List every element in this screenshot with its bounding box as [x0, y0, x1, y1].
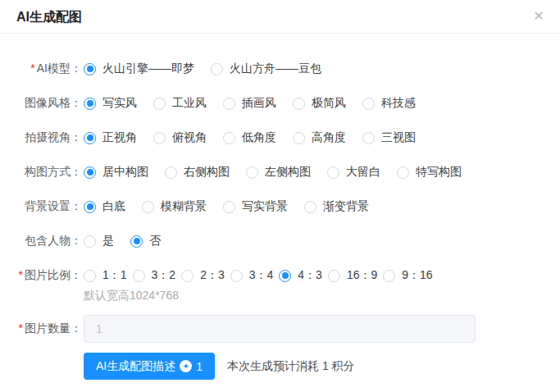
cost-note: 本次生成预计消耗 1 积分 — [227, 359, 355, 374]
radio-option-label: 3：2 — [152, 268, 176, 283]
radio-unselected-icon — [223, 201, 235, 213]
field-label-background: 背景设置： — [16, 199, 82, 214]
generate-description-button[interactable]: AI生成配图描述 ✦ 1 — [84, 353, 215, 380]
radio-option-label: 1：1 — [102, 268, 127, 283]
radio-option-include-person[interactable]: 否 — [130, 234, 161, 248]
quantity-label: 图片数量： — [25, 321, 82, 335]
radio-option-camera-angle[interactable]: 高角度 — [293, 130, 346, 145]
radio-option-label: 居中构图 — [102, 165, 148, 180]
close-icon[interactable]: ✕ — [529, 7, 549, 26]
radio-unselected-icon — [304, 201, 316, 213]
radio-option-background[interactable]: 渐变背景 — [304, 199, 369, 214]
radio-option-label: 极简风 — [312, 96, 346, 111]
radio-option-background[interactable]: 写实背景 — [223, 199, 288, 214]
required-asterisk: * — [30, 62, 34, 75]
radio-option-label: 写实背景 — [242, 199, 288, 214]
radio-unselected-icon — [362, 132, 375, 144]
radio-unselected-icon — [84, 270, 96, 282]
radio-option-label: 否 — [149, 234, 161, 248]
field-label-ai-model: *AI模型： — [16, 62, 82, 76]
radio-option-composition[interactable]: 居中构图 — [84, 165, 148, 180]
radio-option-include-person[interactable]: 是 — [84, 234, 114, 248]
radio-option-label: 大留白 — [346, 165, 380, 180]
radio-option-label: 16：9 — [347, 268, 377, 283]
background-radio-group: 白底模糊背景写实背景渐变背景 — [84, 199, 369, 214]
radio-option-image-style[interactable]: 插画风 — [223, 96, 276, 111]
radio-option-ratio[interactable]: 2：3 — [181, 268, 225, 283]
radio-option-ratio[interactable]: 4：3 — [279, 268, 322, 283]
radio-unselected-icon — [230, 270, 243, 282]
radio-option-label: 火山方舟——豆包 — [230, 62, 321, 76]
coin-icon: ✦ — [180, 360, 192, 372]
form-row-footer: AI生成配图描述 ✦ 1 本次生成预计消耗 1 积分 — [16, 353, 544, 380]
radio-option-image-style[interactable]: 工业风 — [153, 96, 207, 111]
radio-unselected-icon — [362, 98, 375, 110]
radio-option-label: 左侧构图 — [265, 165, 311, 180]
radio-option-image-style[interactable]: 科技感 — [362, 96, 416, 111]
field-label-image-style: 图像风格： — [16, 96, 82, 111]
form-row-quantity: *图片数量： — [16, 315, 544, 343]
radio-option-ratio[interactable]: 1：1 — [84, 268, 127, 283]
radio-option-ai-model[interactable]: 火山引擎——即梦 — [84, 62, 194, 76]
radio-option-composition[interactable]: 特写构图 — [397, 165, 462, 180]
radio-option-camera-angle[interactable]: 低角度 — [223, 130, 276, 145]
radio-option-camera-angle[interactable]: 三视图 — [362, 130, 416, 145]
generate-button-cost: 1 — [196, 360, 203, 373]
form-row-image-style: 图像风格：写实风工业风插画风极简风科技感 — [16, 94, 544, 112]
dialog-title: AI生成配图 — [16, 10, 82, 24]
ratio-hint-row: 默认宽高1024*768 — [16, 288, 544, 304]
radio-unselected-icon — [293, 132, 305, 144]
radio-unselected-icon — [165, 166, 177, 179]
radio-option-camera-angle[interactable]: 俯视角 — [153, 130, 207, 145]
radio-option-label: 是 — [102, 234, 114, 248]
radio-unselected-icon — [142, 201, 154, 213]
image-style-radio-group: 写实风工业风插画风极简风科技感 — [84, 96, 416, 111]
radio-option-background[interactable]: 白底 — [84, 199, 125, 214]
ai-model-radio-group: 火山引擎——即梦火山方舟——豆包 — [84, 62, 321, 76]
radio-unselected-icon — [181, 270, 193, 282]
required-asterisk: * — [19, 268, 23, 281]
radio-option-ai-model[interactable]: 火山方舟——豆包 — [211, 62, 321, 76]
radio-option-ratio[interactable]: 9：16 — [383, 268, 432, 283]
generate-button-label: AI生成配图描述 — [96, 359, 175, 374]
radio-unselected-icon — [293, 98, 305, 110]
radio-option-image-style[interactable]: 写实风 — [84, 96, 137, 111]
radio-option-label: 右侧构图 — [184, 165, 230, 180]
field-label-camera-angle: 拍摄视角： — [16, 130, 82, 145]
field-label-composition: 构图方式： — [16, 165, 82, 180]
radio-option-background[interactable]: 模糊背景 — [142, 199, 207, 214]
include-person-radio-group: 是否 — [84, 234, 161, 248]
form-row-camera-angle: 拍摄视角：正视角俯视角低角度高角度三视图 — [16, 129, 544, 147]
radio-option-composition[interactable]: 大留白 — [327, 165, 380, 180]
field-label-include-person: 包含人物： — [16, 234, 82, 248]
radio-option-ratio[interactable]: 3：4 — [230, 268, 274, 283]
radio-unselected-icon — [246, 166, 258, 179]
radio-unselected-icon — [328, 270, 340, 282]
radio-option-label: 白底 — [102, 199, 125, 214]
radio-option-ratio[interactable]: 16：9 — [328, 268, 377, 283]
radio-option-label: 写实风 — [102, 96, 137, 111]
radio-option-label: 正视角 — [102, 130, 137, 145]
radio-unselected-icon — [223, 98, 235, 110]
field-label-quantity: *图片数量： — [16, 321, 82, 336]
radio-unselected-icon — [383, 270, 395, 282]
form-row-include-person: 包含人物：是否 — [16, 232, 544, 250]
radio-unselected-icon — [84, 235, 96, 248]
form-row-ratio: *图片比例：1：13：22：33：44：316：99：16 — [16, 267, 544, 285]
radio-option-label: 科技感 — [381, 96, 416, 111]
form-row-ai-model: *AI模型：火山引擎——即梦火山方舟——豆包 — [16, 60, 544, 78]
form-row-composition: 构图方式：居中构图右侧构图左侧构图大留白特写构图 — [16, 163, 544, 181]
radio-option-composition[interactable]: 左侧构图 — [246, 165, 311, 180]
radio-option-label: 2：3 — [200, 268, 225, 283]
radio-option-label: 火山引擎——即梦 — [102, 62, 194, 76]
footer-content: AI生成配图描述 ✦ 1 本次生成预计消耗 1 积分 — [84, 353, 355, 380]
radio-option-label: 4：3 — [298, 268, 322, 283]
radio-option-label: 插画风 — [242, 96, 276, 111]
radio-selected-icon — [84, 201, 96, 213]
radio-option-camera-angle[interactable]: 正视角 — [84, 130, 137, 145]
radio-option-composition[interactable]: 右侧构图 — [165, 165, 230, 180]
radio-option-image-style[interactable]: 极简风 — [293, 96, 346, 111]
radio-option-ratio[interactable]: 3：2 — [133, 268, 176, 283]
quantity-input[interactable] — [84, 315, 476, 343]
ratio-hint: 默认宽高1024*768 — [84, 289, 179, 303]
